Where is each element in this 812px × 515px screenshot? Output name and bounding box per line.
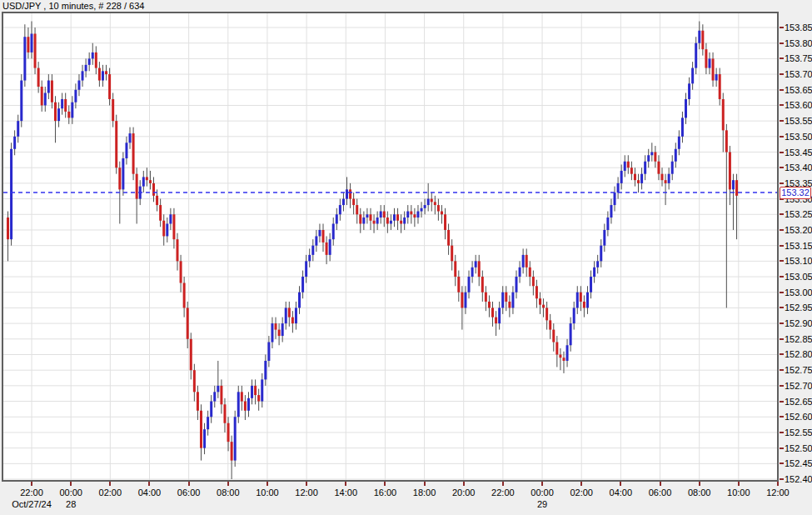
candle-down[interactable] [200, 411, 202, 448]
candle-up[interactable] [617, 183, 620, 192]
candle-up[interactable] [471, 268, 474, 277]
candle-down[interactable] [729, 152, 731, 190]
candle-up[interactable] [522, 255, 525, 268]
candle-up[interactable] [393, 214, 396, 220]
candle-down[interactable] [223, 404, 226, 422]
candle-down[interactable] [451, 246, 453, 262]
candle-up[interactable] [644, 162, 646, 174]
candle-down[interactable] [488, 302, 491, 308]
candle-up[interactable] [380, 212, 382, 218]
candle-down[interactable] [373, 221, 376, 224]
candle-down[interactable] [661, 174, 664, 180]
candle-up[interactable] [30, 33, 32, 52]
candle-up[interactable] [217, 386, 219, 392]
candle-up[interactable] [295, 308, 297, 323]
candle-down[interactable] [555, 342, 558, 355]
candle-down[interactable] [227, 423, 230, 442]
candle-up[interactable] [732, 180, 735, 189]
candle-up[interactable] [210, 402, 212, 418]
candle-up[interactable] [593, 268, 595, 277]
candle-down[interactable] [665, 180, 667, 183]
candle-down[interactable] [637, 180, 640, 183]
candle-down[interactable] [444, 214, 446, 230]
candle-up[interactable] [620, 171, 623, 183]
candle-down[interactable] [526, 255, 528, 268]
candle-up[interactable] [366, 214, 368, 218]
candle-up[interactable] [421, 208, 423, 212]
candle-down[interactable] [630, 168, 633, 173]
candle-down[interactable] [112, 99, 114, 121]
candle-down[interactable] [542, 305, 545, 308]
candle-up[interactable] [264, 361, 267, 379]
candle-up[interactable] [285, 308, 287, 323]
candle-down[interactable] [180, 261, 182, 282]
candle-down[interactable] [359, 214, 361, 223]
candle-up[interactable] [590, 277, 592, 292]
candle-up[interactable] [416, 212, 419, 218]
candle-down[interactable] [183, 283, 186, 308]
candle-down[interactable] [369, 214, 371, 220]
candle-down[interactable] [288, 308, 291, 317]
candle-up[interactable] [624, 162, 626, 171]
candle-down[interactable] [115, 121, 117, 168]
candlestick-chart[interactable] [3, 13, 777, 480]
candle-up[interactable] [82, 71, 84, 80]
candle-up[interactable] [301, 277, 304, 292]
candle-up[interactable] [203, 429, 206, 448]
candle-up[interactable] [427, 199, 430, 205]
candle-down[interactable] [457, 277, 460, 292]
candle-down[interactable] [735, 180, 738, 196]
candle-down[interactable] [291, 318, 294, 323]
candle-down[interactable] [536, 286, 538, 298]
candle-down[interactable] [67, 112, 70, 118]
candle-down[interactable] [7, 218, 9, 239]
candle-up[interactable] [406, 212, 409, 218]
candle-down[interactable] [149, 180, 152, 183]
candle-down[interactable] [197, 392, 199, 410]
candle-down[interactable] [37, 68, 40, 87]
candle-down[interactable] [349, 189, 351, 198]
candle-up[interactable] [468, 277, 471, 292]
candle-up[interactable] [614, 192, 616, 205]
candle-up[interactable] [213, 392, 216, 401]
candle-up[interactable] [498, 308, 501, 323]
candle-up[interactable] [298, 292, 301, 308]
candle-down[interactable] [485, 292, 487, 302]
candle-up[interactable] [23, 37, 26, 80]
candle-up[interactable] [308, 255, 311, 261]
candle-down[interactable] [54, 102, 57, 121]
candle-up[interactable] [267, 342, 270, 361]
candle-down[interactable] [95, 52, 97, 68]
candle-down[interactable] [257, 395, 260, 401]
candle-up[interactable] [501, 292, 504, 308]
candle-down[interactable] [495, 318, 497, 323]
candle-down[interactable] [532, 277, 535, 286]
candle-up[interactable] [570, 323, 572, 345]
candle-up[interactable] [586, 292, 589, 308]
candle-up[interactable] [671, 162, 674, 174]
candle-up[interactable] [610, 205, 612, 218]
candle-up[interactable] [318, 230, 321, 236]
candle-up[interactable] [695, 43, 697, 68]
candle-down[interactable] [505, 292, 507, 302]
candle-down[interactable] [654, 152, 656, 162]
candle-down[interactable] [705, 49, 707, 68]
candle-up[interactable] [332, 223, 335, 239]
candle-up[interactable] [362, 218, 365, 223]
candle-up[interactable] [315, 236, 317, 245]
candle-up[interactable] [17, 121, 19, 137]
candle-down[interactable] [34, 33, 37, 68]
candle-down[interactable] [481, 277, 484, 292]
candle-up[interactable] [261, 379, 263, 401]
candle-down[interactable] [725, 130, 728, 152]
candle-up[interactable] [13, 137, 16, 149]
candle-down[interactable] [580, 292, 582, 302]
candle-up[interactable] [390, 221, 392, 224]
candle-up[interactable] [376, 218, 379, 223]
candle-down[interactable] [712, 58, 715, 80]
candle-down[interactable] [278, 330, 281, 336]
candle-up[interactable] [403, 218, 406, 223]
candle-up[interactable] [511, 292, 514, 308]
candle-up[interactable] [715, 74, 718, 80]
candle-down[interactable] [701, 31, 704, 49]
